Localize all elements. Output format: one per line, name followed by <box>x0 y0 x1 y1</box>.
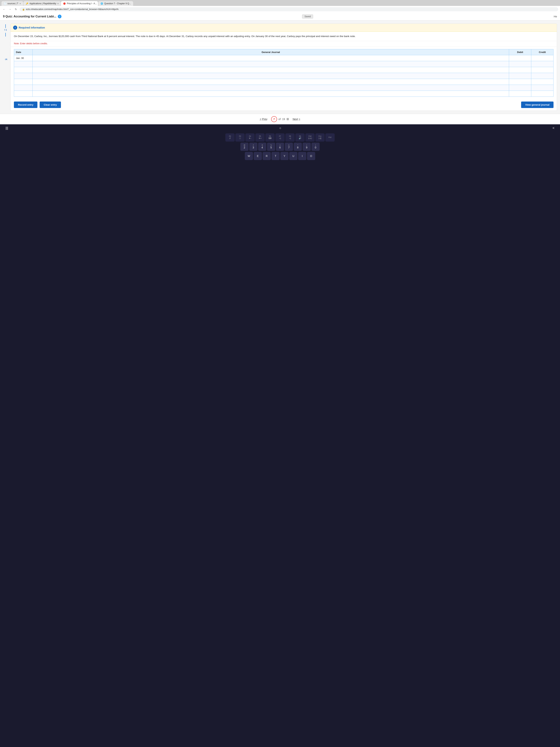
key-w[interactable]: W <box>245 152 253 160</box>
credit-input-4[interactable] <box>531 73 553 79</box>
credit-cell-2[interactable] <box>531 61 554 67</box>
journal-cell-1[interactable] <box>33 55 509 61</box>
mobile-bars-button[interactable]: ||| <box>5 126 8 130</box>
credit-input-7[interactable] <box>531 91 553 97</box>
debit-cell-1[interactable] <box>509 55 531 61</box>
help-button[interactable]: He <box>554 15 557 18</box>
journal-cell-2[interactable] <box>33 61 509 67</box>
debit-input-4[interactable] <box>509 73 531 79</box>
key-u[interactable]: U <box>289 152 297 160</box>
tab-sources[interactable]: 📄 sources | T ✕ <box>1 1 23 6</box>
credit-cell-6[interactable] <box>531 85 554 91</box>
key-f10[interactable]: F10 |◁◁ <box>305 133 315 141</box>
tab-question7[interactable]: 🌐 Question 7 - Chapter 9 Q... <box>98 1 133 6</box>
journal-cell-3[interactable] <box>33 67 509 73</box>
side-divider <box>5 24 6 28</box>
key-8[interactable]: * 8 <box>294 143 302 151</box>
key-f3[interactable]: F3 □ <box>235 133 245 141</box>
journal-cell-6[interactable] <box>33 85 509 91</box>
key-0[interactable]: ) 0 <box>312 143 320 151</box>
debit-cell-6[interactable] <box>509 85 531 91</box>
key-e[interactable]: E <box>254 152 262 160</box>
journal-input-3[interactable] <box>33 67 509 73</box>
mobile-chevron-button[interactable]: < <box>553 126 555 130</box>
credit-input-5[interactable] <box>531 79 553 85</box>
key-t[interactable]: T <box>271 152 279 160</box>
col-header-general-journal: General Journal <box>33 49 509 55</box>
credit-input-1[interactable] <box>531 55 553 61</box>
refresh-button[interactable]: ↻ <box>14 7 18 11</box>
tab-principles[interactable]: 🔴 Principles of Accounting I - A... ✕ <box>61 1 98 6</box>
date-cell-3 <box>14 67 33 73</box>
journal-input-5[interactable] <box>33 79 509 85</box>
debit-cell-3[interactable] <box>509 67 531 73</box>
debit-input-3[interactable] <box>509 67 531 73</box>
key-f5[interactable]: F5 ☀+ <box>256 133 265 141</box>
debit-cell-2[interactable] <box>509 61 531 67</box>
credit-cell-4[interactable] <box>531 73 554 79</box>
journal-input-7[interactable] <box>33 91 509 97</box>
journal-cell-7[interactable] <box>33 91 509 97</box>
debit-input-5[interactable] <box>509 79 531 85</box>
tab-close-sources[interactable]: ✕ <box>20 3 21 5</box>
key-7[interactable]: & 7 <box>285 143 293 151</box>
debit-cell-4[interactable] <box>509 73 531 79</box>
journal-input-2[interactable] <box>33 61 509 67</box>
view-general-journal-button[interactable]: View general journal <box>521 102 554 108</box>
debit-cell-5[interactable] <box>509 79 531 85</box>
page-title: 9 Quiz: Accounting for Current Liabi... <box>3 15 56 18</box>
key-5[interactable]: % 5 <box>267 143 275 151</box>
tab-close-applications[interactable]: ✕ <box>57 3 59 5</box>
journal-cell-4[interactable] <box>33 73 509 79</box>
debit-cell-7[interactable] <box>509 91 531 97</box>
key-f7[interactable]: F7 ◁ <box>275 133 285 141</box>
key-f9[interactable]: F9 🔊 <box>295 133 304 141</box>
record-entry-button[interactable]: Record entry <box>14 102 37 108</box>
credit-input-3[interactable] <box>531 67 553 73</box>
key-y[interactable]: Y <box>281 152 289 160</box>
key-2[interactable]: @ 2 <box>240 143 248 151</box>
credit-cell-7[interactable] <box>531 91 554 97</box>
journal-input-4[interactable] <box>33 73 509 79</box>
debit-input-1[interactable] <box>509 55 531 61</box>
key-6[interactable]: ∧ 6 <box>276 143 284 151</box>
key-o[interactable]: O <box>307 152 315 160</box>
key-3[interactable]: # 3 <box>249 143 258 151</box>
clear-entry-button[interactable]: Clear entry <box>39 102 61 108</box>
credit-cell-3[interactable] <box>531 67 554 73</box>
key-9[interactable]: ( 9 <box>302 143 311 151</box>
tab-icon: 📄 <box>4 2 6 5</box>
journal-cell-5[interactable] <box>33 79 509 85</box>
next-button[interactable]: Next > <box>293 118 300 121</box>
debit-input-2[interactable] <box>509 61 531 67</box>
forward-button[interactable]: → <box>8 7 12 11</box>
key-f2[interactable]: F2 // <box>225 133 235 141</box>
journal-input-6[interactable] <box>33 85 509 91</box>
debit-input-6[interactable] <box>509 85 531 91</box>
col-header-credit: Credit <box>531 49 554 55</box>
sidebar-ok-label[interactable]: ok <box>5 58 7 60</box>
key-f12[interactable]: F12 <box>325 133 335 141</box>
key-f8[interactable]: F8 ◁ <box>285 133 295 141</box>
page-indicator: 7 of 19 ⊞ <box>271 116 289 122</box>
mobile-home-button[interactable]: ○ <box>279 126 281 130</box>
key-f11[interactable]: F11 ▷|| <box>315 133 325 141</box>
back-button[interactable]: ← <box>2 7 6 11</box>
key-i[interactable]: I <box>298 152 306 160</box>
info-icon[interactable]: i <box>58 15 61 18</box>
credit-cell-1[interactable] <box>531 55 554 61</box>
key-f4[interactable]: F4 ☀- <box>245 133 255 141</box>
credit-input-2[interactable] <box>531 61 553 67</box>
key-4[interactable]: $ 4 <box>258 143 266 151</box>
grid-icon[interactable]: ⊞ <box>287 117 289 121</box>
credit-input-6[interactable] <box>531 85 553 91</box>
key-f6[interactable]: F6 ⌨ <box>265 133 275 141</box>
prev-button[interactable]: < Prev <box>260 118 267 121</box>
journal-table-container: Date General Journal Debit Credit Jan. 3… <box>10 47 557 99</box>
tab-applications[interactable]: 🔑 Applications | RapidIdentity ✕ <box>24 1 60 6</box>
credit-cell-5[interactable] <box>531 79 554 85</box>
journal-input-1[interactable] <box>33 55 509 61</box>
key-r[interactable]: R <box>263 152 271 160</box>
address-bar[interactable]: 🔒 ezto.mheducation.com/ext/map/index.htm… <box>20 7 558 11</box>
debit-input-7[interactable] <box>509 91 531 97</box>
